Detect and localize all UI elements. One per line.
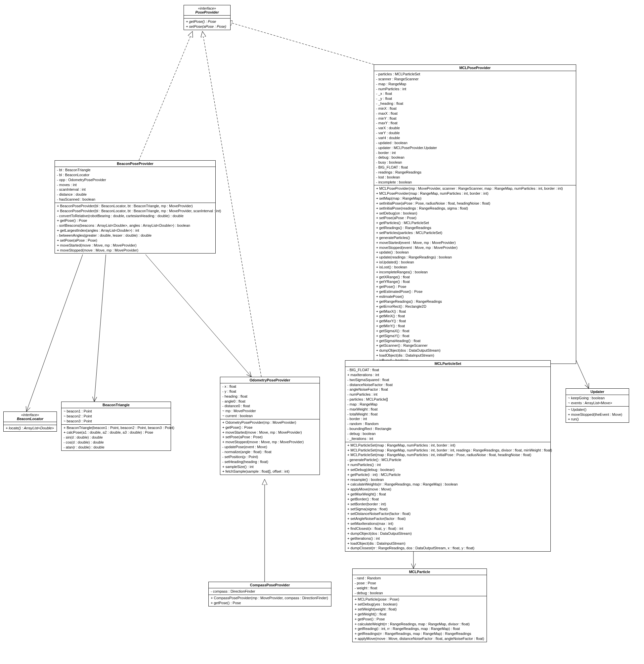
svg-line-5: [145, 254, 251, 377]
member-row: - distance : double: [57, 192, 213, 197]
member-row: - map : RangeMap: [376, 82, 574, 87]
member-row: + dumpClosest(rr : RangeReadings, dos : …: [347, 546, 548, 551]
class-name: MCLParticle: [409, 570, 430, 574]
member-row: + getBorder() : float: [347, 497, 548, 502]
member-row: - border : int: [376, 150, 574, 155]
member-row: - particles : MCLParticleSet: [376, 72, 574, 77]
member-row: + getSigmaHeading() : float: [376, 338, 574, 344]
member-row: + applyMove(move : Move, distanceNoiseFa…: [355, 636, 485, 641]
member-row: + setSigma(sigma : float): [347, 507, 548, 512]
member-row: + moveStarted(move : Move, mp : MoveProv…: [222, 430, 318, 435]
member-row: + BeaconTriangle(beacon1 : Point, beacon…: [63, 426, 169, 430]
member-row: - numParticles : int: [376, 87, 574, 91]
member-row: + isLost() : boolean: [376, 265, 574, 270]
member-row: + getReadings(rr : RangeReadings, map : …: [355, 631, 485, 636]
member-row: - BIG_FLOAT : float: [376, 165, 574, 170]
member-row: - _x : float: [376, 91, 574, 96]
class-name: PoseProvider: [196, 10, 219, 14]
member-row: - y : float: [222, 389, 318, 394]
member-row: + locate() : ArrayList<Double>: [6, 426, 55, 431]
member-row: - lost : boolean: [376, 175, 574, 180]
member-row: + setBorder(border : int): [347, 502, 548, 507]
member-row: + applyMove(move : Move): [347, 487, 548, 492]
member-row: - minY : float: [376, 116, 574, 121]
member-row: + MCLParticleSet(map : RangeMap, numPart…: [347, 453, 548, 457]
member-row: - weight : float: [355, 586, 485, 590]
member-row: + incompleteRanges() : boolean: [376, 270, 574, 275]
member-row: ~ keepGoing : boolean: [568, 396, 627, 400]
member-row: - convertToRelative(robotBearing : doubl…: [57, 213, 213, 219]
member-row: + findClosest(x : float, y : float) : in…: [347, 526, 548, 531]
member-row: + loadObject(dis : DataInputStream): [347, 541, 548, 546]
member-row: + getXRange() : float: [376, 275, 574, 279]
member-row: - varX : double: [376, 126, 574, 130]
member-row: + calculateWeight(rr : RangeReadings, ma…: [355, 622, 485, 627]
member-row: + isUpdated() : boolean: [376, 260, 574, 265]
class-odometryposeprovider: OdometryPoseProvider - x : float- y : fl…: [220, 377, 320, 475]
member-row: - busy : boolean: [376, 160, 574, 165]
member-row: - opp : OdometryPoseProvider: [57, 178, 213, 183]
member-row: + setAngleNoiseFactor(factor : float): [347, 516, 548, 521]
member-row: - heading : float: [222, 394, 318, 399]
member-row: - angle0 : float: [222, 399, 318, 404]
member-row: - cos(d : double) : double: [63, 440, 169, 445]
member-row: + setDistanceNoiseFactor(factor : float): [347, 511, 548, 516]
class-mclparticle: MCLParticle - rand : Random- pose : Pose…: [352, 568, 487, 642]
member-row: - _y : float: [376, 96, 574, 101]
member-row: ~ beacon3 : Point: [63, 419, 169, 424]
class-updater: Updater ~ keepGoing : boolean~ events : …: [566, 388, 629, 423]
member-row: - debug : boolean: [347, 431, 548, 436]
member-row: - readings : RangeReadings: [376, 170, 574, 175]
member-row: - twoSigmaSquared : float: [347, 377, 548, 382]
attrs: - particles : MCLParticleSet- scanner : …: [374, 71, 576, 185]
member-row: + getPose() : Pose: [211, 601, 329, 605]
member-row: + getParticles() : MCLParticleSet: [376, 221, 574, 225]
member-row: + setPose(aPose : Pose): [376, 215, 574, 221]
member-row: + MCLParticle(pose : Pose): [355, 597, 485, 602]
member-row: + getPose() : Pose: [376, 284, 574, 289]
member-row: ~ events : ArrayList<Move>: [568, 400, 627, 406]
methods: + BeaconTriangle(beacon1 : Point, beacon…: [62, 425, 171, 451]
methods: + locate() : ArrayList<Double>: [4, 425, 57, 431]
member-row: - totalWeight : float: [347, 412, 548, 417]
member-row: + setMaxIterations(max : int): [347, 521, 548, 526]
member-row: + getPose() : Pose: [186, 19, 228, 24]
member-row: + numParticles() : int: [347, 462, 548, 468]
member-row: - moves : int: [57, 183, 213, 187]
member-row: - scanInterval : int: [57, 187, 213, 192]
class-compassposeprovider: CompassPoseProvider - compass : Directio…: [208, 582, 331, 606]
member-row: + MCLParticleSet(map : RangeMap, numPart…: [347, 448, 548, 453]
member-row: - maxY : float: [376, 121, 574, 126]
member-row: + fetchSample(sample : float[], offset :…: [222, 469, 318, 474]
class-name: MCLPoseProvider: [459, 66, 491, 70]
member-row: - debug : boolean: [355, 590, 485, 596]
member-row: + getPose() : Pose: [57, 218, 213, 223]
member-row: - betweenAngles(greater : double, lesser…: [57, 233, 213, 238]
attrs: - x : float- y : float- heading : float-…: [220, 383, 320, 419]
member-row: + dumpObject(dos : DataOutputStream): [347, 531, 548, 536]
member-row: + getIterations() : int: [347, 536, 548, 541]
member-row: - debug : boolean: [376, 155, 574, 160]
member-row: + setMap(map : RangeMap): [376, 196, 574, 201]
svg-line-0: [139, 32, 193, 160]
member-row: + getLargestIndex(angles : ArrayList<Dou…: [57, 228, 213, 233]
class-name: OdometryPoseProvider: [250, 378, 290, 382]
class-name: MCLParticleSet: [435, 361, 461, 366]
member-row: + loadObject(dis : DataInputStream): [376, 353, 574, 358]
member-row: - sortBeacons(beacons : ArrayList<Double…: [57, 223, 213, 228]
member-row: - varY : double: [376, 130, 574, 136]
member-row: + resample() : boolean: [347, 477, 548, 482]
methods: + BeaconPoseProvider(bl : BeaconLocator,…: [55, 203, 215, 253]
member-row: + update() : boolean: [376, 250, 574, 255]
member-row: + maxIterations : int: [347, 373, 548, 377]
methods: + MCLParticleSet(map : RangeMap, numPart…: [345, 442, 550, 552]
member-row: - compass : DirectionFinder: [211, 589, 329, 594]
member-row: - hasScanned : boolean: [57, 197, 213, 202]
member-row: - updater : MCLPoseProvider.Updater: [376, 145, 574, 150]
member-row: - numParticles : int: [347, 392, 548, 397]
member-row: + moveStopped(move : Move, mp : MoveProv…: [57, 248, 213, 253]
member-row: + setPose(aPose : Pose): [222, 435, 318, 440]
member-row: + setParticles(particles : MCLParticleSe…: [376, 230, 574, 235]
member-row: + run(): [568, 417, 627, 422]
member-row: + BeaconPoseProvider(bl : BeaconLocator,…: [57, 204, 213, 209]
